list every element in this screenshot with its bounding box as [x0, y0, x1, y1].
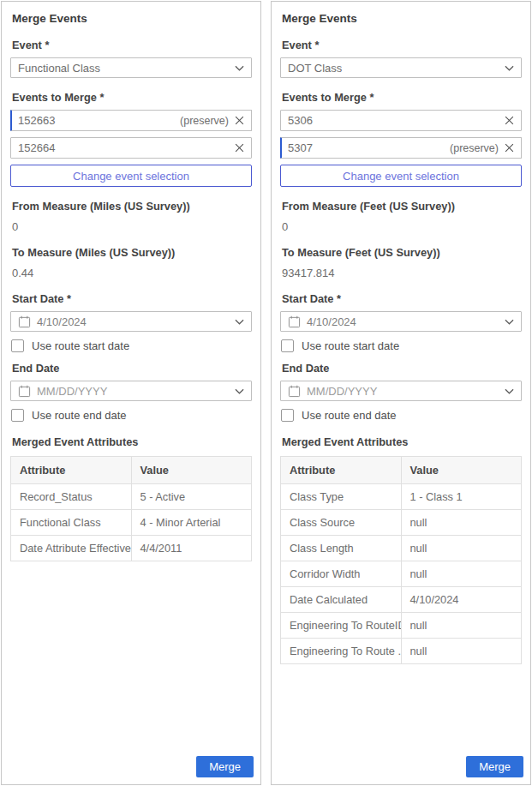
attr-cell: Class Type: [281, 484, 402, 510]
attr-cell: Engineering To RouteID: [281, 613, 402, 639]
use-route-end-date-label: Use route end date: [32, 409, 127, 422]
to-measure-value: 0.44: [12, 267, 251, 279]
value-cell: 5 - Active: [131, 484, 252, 510]
events-to-merge-label: Events to Merge *: [282, 91, 521, 104]
from-measure-label: From Measure (Feet (US Survey)): [282, 200, 521, 213]
attr-cell: Corridor Width: [281, 561, 402, 587]
merged-event-attributes-title: Merged Event Attributes: [12, 435, 251, 448]
start-date-label: Start Date *: [12, 292, 251, 305]
use-route-start-date-checkbox[interactable]: [11, 339, 24, 352]
table-row: Corridor Width null: [281, 561, 522, 587]
close-icon[interactable]: [235, 116, 244, 125]
chevron-down-icon: [235, 65, 244, 71]
to-measure-label: To Measure (Feet (US Survey)): [282, 246, 521, 259]
change-event-selection-button[interactable]: Change event selection: [10, 165, 252, 187]
use-route-start-date-checkbox[interactable]: [281, 339, 294, 352]
calendar-icon: [288, 315, 301, 328]
merge-item: 152664: [10, 137, 252, 159]
events-to-merge-label: Events to Merge *: [12, 91, 251, 104]
start-date-picker[interactable]: 4/10/2024: [280, 311, 522, 332]
to-measure-label: To Measure (Miles (US Survey)): [12, 246, 251, 259]
panel-title: Merge Events: [282, 12, 521, 25]
value-cell: 1 - Class 1: [401, 484, 522, 510]
preserve-label: (preserve): [180, 115, 229, 127]
use-route-end-date-checkbox[interactable]: [11, 409, 24, 422]
calendar-icon: [18, 315, 31, 328]
attr-cell: Functional Class: [11, 510, 132, 536]
to-measure-value: 93417.814: [282, 267, 521, 279]
value-cell: null: [401, 613, 522, 639]
close-icon[interactable]: [235, 143, 244, 153]
end-date-picker[interactable]: MM/DD/YYYY: [280, 381, 522, 401]
attr-cell: Class Source: [281, 510, 402, 536]
merge-item: 5306: [280, 110, 522, 131]
attr-cell: Engineering To Route ...: [281, 639, 402, 664]
table-row: Class Type 1 - Class 1: [281, 484, 522, 510]
merge-button[interactable]: Merge: [466, 756, 523, 777]
table-row: Engineering To Route ... null: [281, 639, 522, 664]
merge-item-id: 152663: [18, 114, 55, 127]
value-column-header: Value: [131, 457, 252, 484]
merge-item: 152663 (preserve): [10, 110, 252, 131]
merge-events-panel-dot-class: Merge Events Event * DOT Class Events to…: [271, 1, 531, 785]
from-measure-value: 0: [282, 220, 521, 233]
use-route-start-date-row: Use route start date: [281, 339, 520, 352]
table-row: Functional Class 4 - Minor Arterial: [11, 510, 252, 536]
end-date-placeholder: MM/DD/YYYY: [307, 385, 499, 398]
chevron-down-icon: [505, 65, 514, 71]
value-column-header: Value: [401, 457, 522, 484]
start-date-label: Start Date *: [282, 292, 521, 305]
merged-event-attributes-title: Merged Event Attributes: [282, 435, 521, 448]
use-route-end-date-checkbox[interactable]: [281, 409, 294, 422]
chevron-down-icon: [235, 319, 244, 325]
attr-column-header: Attribute: [281, 457, 402, 484]
use-route-end-date-row: Use route end date: [11, 409, 250, 422]
attr-cell: Record_Status: [11, 484, 132, 510]
attr-cell: Date Attribute Effective: [11, 536, 132, 561]
value-cell: 4 - Minor Arterial: [131, 510, 252, 536]
event-label: Event *: [282, 39, 521, 51]
use-route-end-date-row: Use route end date: [281, 409, 520, 422]
table-row: Date Attribute Effective 4/4/2011: [11, 536, 252, 561]
use-route-start-date-row: Use route start date: [11, 339, 250, 352]
event-select[interactable]: DOT Class: [280, 57, 522, 78]
from-measure-label: From Measure (Miles (US Survey)): [12, 200, 251, 213]
close-icon[interactable]: [505, 143, 514, 153]
attr-column-header: Attribute: [11, 457, 132, 484]
start-date-picker[interactable]: 4/10/2024: [10, 311, 252, 332]
chevron-down-icon: [235, 388, 244, 394]
merge-button[interactable]: Merge: [196, 756, 254, 777]
value-cell: null: [401, 639, 522, 664]
attr-cell: Date Calculated: [281, 587, 402, 613]
table-row: Date Calculated 4/10/2024: [281, 587, 522, 613]
merge-item-id: 5306: [288, 114, 313, 127]
merge-item-id: 5307: [288, 141, 313, 154]
value-cell: 4/10/2024: [401, 587, 522, 613]
value-cell: null: [401, 536, 522, 561]
chevron-down-icon: [505, 319, 514, 325]
merge-events-panel-functional-class: Merge Events Event * Functional Class Ev…: [1, 1, 261, 785]
end-date-label: End Date: [282, 362, 521, 375]
event-select-value: DOT Class: [288, 62, 342, 75]
event-select-value: Functional Class: [18, 62, 100, 75]
event-select[interactable]: Functional Class: [10, 57, 252, 78]
table-row: Class Length null: [281, 536, 522, 561]
end-date-picker[interactable]: MM/DD/YYYY: [10, 381, 252, 401]
change-event-selection-button[interactable]: Change event selection: [280, 165, 522, 187]
merge-item: 5307 (preserve): [280, 137, 522, 159]
from-measure-value: 0: [12, 220, 251, 233]
merged-event-attributes-table: Attribute Value Record_Status 5 - Active…: [10, 456, 252, 561]
close-icon[interactable]: [505, 116, 514, 125]
use-route-end-date-label: Use route end date: [302, 409, 397, 422]
preserve-label: (preserve): [450, 142, 499, 154]
end-date-label: End Date: [12, 362, 251, 375]
attr-cell: Class Length: [281, 536, 402, 561]
use-route-start-date-label: Use route start date: [302, 339, 399, 352]
value-cell: 4/4/2011: [131, 536, 252, 561]
value-cell: null: [401, 510, 522, 536]
end-date-placeholder: MM/DD/YYYY: [37, 385, 229, 398]
event-label: Event *: [12, 39, 251, 51]
start-date-value: 4/10/2024: [37, 315, 229, 328]
merge-events-workspace: Merge Events Event * Functional Class Ev…: [0, 0, 532, 786]
start-date-value: 4/10/2024: [307, 315, 499, 328]
